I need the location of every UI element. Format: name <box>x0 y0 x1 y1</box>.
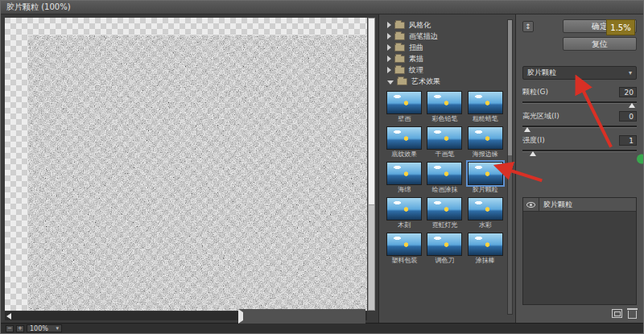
thumb-colored-pencil[interactable]: 彩色铅笔 <box>426 91 463 122</box>
new-effect-layer-button[interactable] <box>612 309 622 318</box>
thumb-sponge[interactable]: 海绵 <box>386 162 423 193</box>
thumbnail-label: 粗糙蜡笔 <box>473 116 498 122</box>
chevron-right-icon <box>387 67 391 73</box>
thumbnail-label: 霓虹灯光 <box>431 222 457 229</box>
category-label: 纹理 <box>409 65 423 76</box>
thumb-watercolor[interactable]: 水彩 <box>467 197 504 229</box>
chevron-right-icon <box>387 22 391 28</box>
thumb-underpainting[interactable]: 底纹效果 <box>386 126 423 158</box>
chevron-down-icon: ▾ <box>629 69 632 76</box>
effect-layers-toolbar <box>522 305 637 320</box>
scroll-right-icon[interactable] <box>238 309 365 324</box>
thumb-film-grain[interactable]: 胶片颗粒 <box>467 162 504 193</box>
category-stylize[interactable]: 风格化 <box>386 19 504 31</box>
thumbnail-label: 壁画 <box>398 116 411 122</box>
thumb-rough-pastels[interactable]: 粗糙蜡笔 <box>467 91 504 122</box>
thumb-dry-brush[interactable]: 干画笔 <box>426 126 463 158</box>
slider-thumb-icon[interactable] <box>530 151 536 156</box>
eye-icon <box>526 202 535 208</box>
preview-vertical-scrollbar[interactable] <box>368 18 375 311</box>
thumbnail-image <box>468 233 503 256</box>
zoom-in-button[interactable]: + <box>16 325 24 332</box>
chevron-down-icon <box>387 80 394 85</box>
intensity-slider-track[interactable] <box>522 150 637 152</box>
status-bar: − + 100% ▾ <box>1 323 643 333</box>
zoom-level-dropdown[interactable]: 100% ▾ <box>27 324 62 332</box>
preview-horizontal-scrollbar[interactable] <box>5 311 367 320</box>
folder-icon <box>394 56 405 63</box>
open-folder-icon <box>397 78 407 85</box>
folder-icon <box>394 44 405 52</box>
thumbnail-image <box>427 197 462 221</box>
preview-panel <box>1 14 379 323</box>
filter-list-scrollbar[interactable] <box>507 19 513 315</box>
category-sketch[interactable]: 素描 <box>386 53 504 64</box>
settings-panel: ↕ 确定 复位 1.5% 胶片颗粒 ▾ 颗粒(G) 20 高光区域(I) 0 <box>516 14 643 323</box>
effect-layer-name: 胶片颗粒 <box>539 200 572 210</box>
intensity-value-field[interactable]: 1 <box>619 135 637 146</box>
chevron-right-icon <box>387 44 391 51</box>
thumbnail-image <box>386 126 422 150</box>
slider-thumb-icon[interactable] <box>629 103 635 108</box>
grain-value-field[interactable]: 20 <box>619 87 637 97</box>
thumbnail-image <box>386 233 422 256</box>
scroll-left-icon[interactable] <box>6 313 11 320</box>
highlight-area-slider-label: 高光区域(I) <box>522 111 559 122</box>
thumb-paint-daubs[interactable]: 绘画涂抹 <box>426 162 463 193</box>
thumb-neon-glow[interactable]: 霓虹灯光 <box>426 197 463 229</box>
filter-name-dropdown[interactable]: 胶片颗粒 ▾ <box>522 66 637 80</box>
category-label: 风格化 <box>409 20 431 31</box>
thumbnail-label: 塑料包装 <box>391 258 417 264</box>
thumb-poster-edges[interactable]: 海报边缘 <box>467 126 504 158</box>
filter-name-value: 胶片颗粒 <box>527 68 556 78</box>
category-texture[interactable]: 纹理 <box>386 64 504 76</box>
scrollbar-thumb[interactable] <box>508 20 512 155</box>
window-titlebar[interactable]: 胶片颗粒 (100%) <box>1 1 643 14</box>
thumbnail-image <box>386 91 422 114</box>
folder-icon <box>394 22 405 29</box>
thumb-cutout[interactable]: 木刻 <box>386 197 423 229</box>
category-label: 素描 <box>409 54 423 64</box>
category-artistic[interactable]: 艺术效果 <box>386 76 504 87</box>
category-brush-strokes[interactable]: 画笔描边 <box>386 31 504 42</box>
category-label: 画笔描边 <box>409 31 438 42</box>
grain-slider-label: 颗粒(G) <box>522 87 548 97</box>
thumbnail-label: 海绵 <box>398 187 411 193</box>
zoom-out-button[interactable]: − <box>6 325 14 332</box>
grain-slider-track[interactable] <box>522 101 637 104</box>
effect-layers-list: 胶片颗粒 <box>522 197 637 305</box>
preview-canvas[interactable] <box>5 18 367 311</box>
highlight-area-value-field[interactable]: 0 <box>619 111 637 122</box>
zoom-level-value: 100% <box>30 325 48 332</box>
thumb-plastic-wrap[interactable]: 塑料包装 <box>386 233 423 264</box>
folder-icon <box>394 33 405 40</box>
thumbnail-label: 彩色铅笔 <box>431 116 457 122</box>
folder-icon <box>394 67 405 74</box>
visibility-toggle[interactable] <box>523 198 539 211</box>
thumbnail-label: 干画笔 <box>435 151 454 158</box>
highlight-area-slider-group: 高光区域(I) 0 <box>522 111 637 128</box>
thumbnail-label: 水彩 <box>479 222 492 229</box>
thumbnail-image-selected <box>468 162 503 185</box>
thumb-smudge-stick[interactable]: 涂抹棒 <box>467 233 504 264</box>
filter-list-panel: 风格化 画笔描边 扭曲 素描 纹理 艺术效果 壁画 彩色铅笔 粗糙蜡笔 底纹效果… <box>379 14 516 323</box>
film-grain-preview-image <box>28 35 367 311</box>
reset-button[interactable]: 复位 <box>563 37 637 51</box>
collapse-thumbnails-button[interactable]: ↕ <box>522 21 534 32</box>
effect-layer-row[interactable]: 胶片颗粒 <box>523 198 636 212</box>
delete-effect-layer-button[interactable] <box>628 311 637 319</box>
thumb-palette-knife[interactable]: 调色刀 <box>426 233 463 264</box>
thumbnail-label: 木刻 <box>398 222 411 229</box>
filter-thumbnail-grid: 壁画 彩色铅笔 粗糙蜡笔 底纹效果 干画笔 海报边缘 海绵 绘画涂抹 胶片颗粒 … <box>386 91 504 264</box>
category-distort[interactable]: 扭曲 <box>386 42 504 53</box>
scrollbar-thumb[interactable] <box>369 19 374 205</box>
thumbnail-image <box>386 162 422 185</box>
thumbnail-label: 绘画涂抹 <box>431 187 457 193</box>
chevron-right-icon <box>387 56 391 62</box>
thumbnail-label: 调色刀 <box>435 258 454 264</box>
category-label: 扭曲 <box>409 43 423 53</box>
slider-thumb-icon[interactable] <box>524 127 530 132</box>
highlight-area-slider-track[interactable] <box>522 126 637 128</box>
thumb-fresco[interactable]: 壁画 <box>386 91 423 122</box>
chevron-right-icon <box>387 33 391 39</box>
